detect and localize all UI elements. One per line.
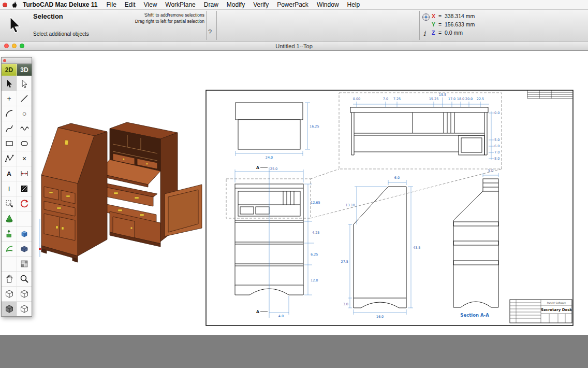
svg-text:0.0: 0.0 [494,111,499,115]
iso-view-ne-button[interactable] [2,286,17,301]
section-marker-top: A [256,165,259,170]
menu-powerpack[interactable]: PowerPack [273,1,313,8]
polyline-tool[interactable] [2,151,17,166]
curve-tool[interactable] [2,121,17,136]
menu-file[interactable]: File [102,1,120,8]
select-tool[interactable] [2,76,17,91]
apple-icon [11,1,18,8]
loft-tool[interactable] [2,241,17,256]
svg-text:6.0: 6.0 [494,144,499,148]
menu-window[interactable]: Window [313,1,343,8]
menu-verify[interactable]: Verify [249,1,273,8]
pan-tool[interactable] [2,271,17,286]
section-marker-bottom: A [256,309,259,314]
point-tool[interactable]: + [2,91,17,106]
rotate-tool[interactable] [17,196,32,211]
coord-y: Y = 156.633 mm [432,20,475,29]
text-tool[interactable]: A [2,166,17,181]
svg-text:18.0: 18.0 [457,97,464,101]
palette-close-button[interactable] [3,59,6,62]
cone-tool[interactable] [2,211,17,226]
menu-modify[interactable]: Modify [223,1,249,8]
mode-2d-button[interactable]: 2D [2,64,17,76]
line-tool[interactable] [17,91,32,106]
rectangle-tool[interactable] [2,136,17,151]
iso-view-nw-button[interactable] [17,286,32,301]
window-title: Untitled 1--Top [275,43,313,49]
svg-text:3.0: 3.0 [343,302,348,306]
hatch-tool[interactable] [17,181,32,196]
mode-3d-button[interactable]: 3D [17,64,32,76]
coord-z: Z = 0.0 mm [432,29,475,37]
extrude-tool[interactable] [2,226,17,241]
info-icon[interactable]: i [423,30,425,37]
svg-text:12.0: 12.0 [311,278,318,282]
desk-model-open[interactable] [97,122,202,247]
zoom-tool[interactable] [17,271,32,286]
zoom-button[interactable] [20,44,24,48]
dim-section-top: 5.0 [488,168,493,173]
window-titlebar[interactable]: Untitled 1--Top [0,41,588,51]
desk-model-closed[interactable] [41,123,107,262]
transform-tool[interactable] [2,196,17,211]
material-grid-tool[interactable] [17,256,32,271]
svg-text:8.0: 8.0 [494,157,499,161]
arc-tool[interactable] [2,106,17,121]
title-block-title: Secretary Desk [541,308,572,312]
svg-text:12.65: 12.65 [311,201,320,205]
menu-edit[interactable]: Edit [121,1,140,8]
hint-line-2: Drag right to left for partial selection [119,18,204,24]
svg-text:0.00: 0.00 [353,97,360,101]
box-tool[interactable] [17,226,32,241]
dim-top-height: 16.25 [310,124,319,129]
menu-draw[interactable]: Draw [200,1,223,8]
palette-titlebar[interactable] [2,58,32,64]
dim-front-width: 25.0 [270,167,277,171]
dimension-tool[interactable] [17,166,32,181]
menu-help[interactable]: Help [343,1,364,8]
iso-view-se-button[interactable] [2,301,17,316]
direct-select-tool[interactable] [17,76,32,91]
record-indicator[interactable] [3,3,7,7]
screen: TurboCAD Mac Deluxe 11 File Edit View Wo… [0,0,588,368]
snap-compass-icon[interactable] [422,13,430,22]
tool-subtitle: Select additional objects [33,31,89,37]
svg-text:5.0: 5.0 [494,138,499,142]
app-menu[interactable]: TurboCAD Mac Deluxe 11 [21,1,102,8]
drawing-sheet[interactable]: 16.25 24.0 [205,90,574,328]
minimize-button[interactable] [12,44,17,48]
svg-text:27.5: 27.5 [341,260,348,264]
toolbar-separator [206,11,207,40]
dim-front-bottom: 4.0 [278,314,284,318]
freehand-tool[interactable] [17,121,32,136]
dim-profile-top: 6.0 [394,176,400,180]
close-button[interactable] [4,44,9,48]
svg-text:6.25: 6.25 [311,252,318,257]
menu-workplane[interactable]: WorkPlane [161,1,199,8]
iso-view-sw-button[interactable] [17,301,32,316]
menu-view[interactable]: View [140,1,161,8]
sphere-tool[interactable] [17,211,32,226]
drawing-canvas[interactable]: 16.25 24.0 [0,51,588,335]
svg-text:15.25: 15.25 [429,97,439,101]
svg-text:7.25: 7.25 [393,97,401,101]
solid-tool[interactable] [17,241,32,256]
svg-text:22.5: 22.5 [477,97,484,101]
render-tool[interactable] [2,256,17,271]
toolbar-separator [216,11,217,40]
rounded-rect-tool[interactable] [17,136,32,151]
coordinate-readout: X = 338.314 mm Y = 156.633 mm Z = 0.0 mm [432,12,475,37]
sheet-border [206,90,573,325]
svg-text:15.5: 15.5 [439,93,446,97]
erase-tool[interactable]: × [17,151,32,166]
toolbar: Selection Select additional objects 'Shi… [0,10,588,41]
tool-palette: 2D 3D + ○ × A I [1,57,32,317]
tool-hints: 'Shift' to add/remove selections Drag ri… [119,12,204,25]
apple-menu[interactable] [11,1,18,8]
help-button[interactable]: ? [208,28,212,36]
dim-top-width: 24.0 [266,155,273,160]
model-area [31,108,207,263]
tool-title: Selection [33,12,63,20]
line-style-tool[interactable]: I [2,181,17,196]
circle-tool[interactable]: ○ [17,106,32,121]
